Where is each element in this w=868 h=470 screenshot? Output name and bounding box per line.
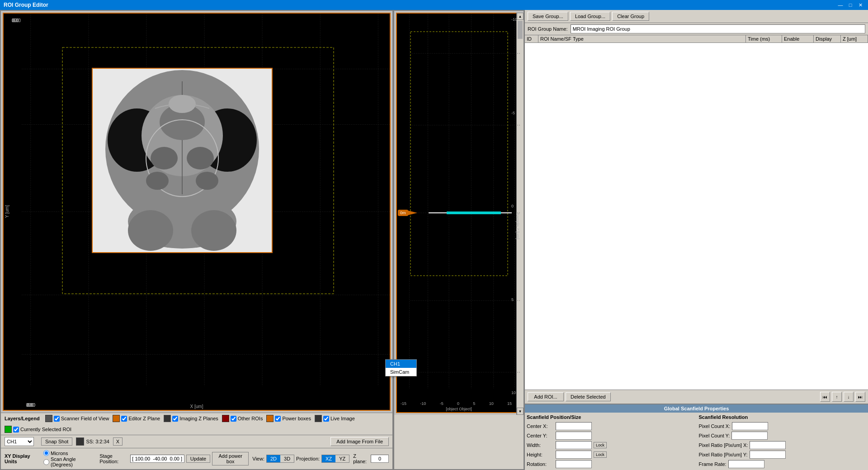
pixel-ratio-x-input[interactable]	[750, 441, 786, 449]
pixel-count-x-input[interactable]	[732, 422, 768, 430]
height-input[interactable]	[556, 451, 592, 459]
load-group-button[interactable]: Load Group...	[570, 12, 610, 21]
layer-power-boxes: Power boxes	[266, 415, 311, 422]
arrow-right-svg	[408, 208, 422, 217]
z-tick: 0	[511, 204, 517, 208]
xz-x-tick: -5	[440, 401, 443, 406]
z-value-label: Z plane:	[353, 453, 369, 464]
live-image-icon	[315, 415, 322, 422]
ss-icon	[76, 437, 84, 446]
stage-position-group: Stage Position: Update Add power box	[99, 452, 249, 465]
th-id: ID	[525, 35, 538, 42]
imaging-z-icon	[164, 415, 171, 422]
rotation-input[interactable]	[556, 460, 592, 468]
center-y-input[interactable]	[556, 432, 592, 440]
view-3d-button[interactable]: 3D	[280, 455, 294, 462]
save-group-button[interactable]: Save Group...	[528, 12, 568, 21]
imaging-z-checkbox[interactable]	[172, 416, 178, 422]
roi-group-name-label: ROI Group Name:	[528, 26, 568, 32]
cyan-bar	[447, 212, 501, 214]
xy-display-label: XY Display Units	[5, 453, 42, 464]
layer-selected-roi: Currently Selected ROI	[5, 426, 71, 433]
delete-selected-button[interactable]: Delete Selected	[566, 392, 611, 401]
zero-m-container: 0m	[398, 208, 422, 217]
scan-angle-radio[interactable]	[43, 459, 49, 465]
center-y-row: Center Y:	[527, 432, 694, 440]
center-x-row: Center X:	[527, 422, 694, 430]
power-boxes-label: Power boxes	[282, 416, 311, 421]
last-arrow-button[interactable]: ⏭	[855, 392, 865, 402]
rotation-label: Rotation:	[527, 461, 554, 467]
layers-title: Layers/Legend	[5, 416, 40, 421]
z-tick: 5	[511, 297, 517, 302]
display-units-radio: Microns Scan Angle (Degrees)	[43, 450, 96, 467]
bottom-controls: XY Display Units Microns Scan Angle (Deg…	[1, 448, 392, 469]
selected-roi-label: Currently Selected ROI	[20, 427, 71, 432]
pixel-count-x-row: Pixel Count X:	[699, 422, 867, 430]
pixel-ratio-y-input[interactable]	[750, 451, 786, 459]
x-tick: 150	[26, 403, 34, 408]
z-plane-group: View: 2D 3D Projection: XZ YZ	[252, 455, 349, 463]
width-lock-button[interactable]: Lock	[594, 442, 607, 448]
editor-z-checkbox[interactable]	[121, 416, 127, 422]
frame-rate-input[interactable]	[728, 460, 764, 468]
layer-imaging-z: Imaging Z Planes	[164, 415, 218, 422]
projection-toggle: XZ YZ	[321, 455, 349, 463]
proj-xz-button[interactable]: XZ	[322, 455, 335, 462]
right-panel: Save Group... Load Group... Clear Group …	[524, 10, 868, 470]
pixel-ratio-x-row: Pixel Ratio [Pix/um] X:	[699, 441, 867, 449]
maximize-button[interactable]: □	[846, 1, 854, 9]
first-arrow-button[interactable]: ⏮	[820, 392, 830, 402]
scanner-fov-checkbox[interactable]	[54, 416, 60, 422]
snap-shot-button[interactable]: Snap Shot	[41, 437, 72, 446]
xy-panel: -100 -50 0 50 100 Y [um]	[0, 10, 393, 470]
editor-z-icon	[113, 415, 120, 422]
power-boxes-checkbox[interactable]	[275, 416, 281, 422]
add-power-button[interactable]: Add power box	[212, 452, 249, 465]
width-input[interactable]	[556, 441, 592, 449]
add-roi-button[interactable]: Add ROI...	[528, 392, 564, 401]
svg-marker-41	[408, 211, 417, 215]
down-arrow-button[interactable]: ↓	[844, 392, 854, 402]
editor-z-label: Editor Z Plane	[128, 416, 160, 421]
table-header: ID ROI Name/SF Type Time (ms) Enable Dis…	[525, 35, 868, 43]
xz-panel: -10 -5 0 5 10 Sample Z [um] 0m	[393, 10, 524, 470]
view-toggle: 2D 3D	[266, 455, 294, 463]
power-boxes-icon	[266, 415, 274, 422]
close-button[interactable]: ✕	[856, 1, 864, 9]
xz-viewer: -10 -5 0 5 10 Sample Z [um] 0m	[396, 13, 522, 413]
imaging-z-label: Imaging Z Planes	[179, 416, 218, 421]
view-2d-button[interactable]: 2D	[267, 455, 280, 462]
live-image-checkbox[interactable]	[323, 416, 329, 422]
main-container: -100 -50 0 50 100 Y [um]	[0, 10, 868, 470]
microns-radio-item: Microns	[43, 450, 96, 456]
update-button[interactable]: Update	[186, 455, 210, 463]
add-image-button[interactable]: Add Image From File	[330, 437, 389, 446]
center-x-input[interactable]	[556, 422, 592, 430]
other-rois-checkbox[interactable]	[231, 416, 236, 422]
th-z: Z [um]	[841, 35, 868, 42]
imaging-controls: CH1 SimCam Snap Shot SS: 3:2:34 X Add Im…	[1, 435, 392, 448]
position-title: Scanfield Position/Size	[527, 414, 694, 420]
close-x-button[interactable]: X	[113, 437, 123, 446]
microns-radio[interactable]	[43, 450, 49, 456]
up-arrow-button[interactable]: ↑	[832, 392, 842, 402]
other-rois-label: Other ROIs	[238, 416, 263, 421]
proj-yz-button[interactable]: YZ	[335, 455, 349, 462]
scan-angle-label: Scan Angle (Degrees)	[51, 456, 96, 467]
simcam-dropdown-item[interactable]: SimCam	[386, 368, 416, 376]
minimize-button[interactable]: —	[836, 1, 844, 9]
z-tick: -10	[511, 17, 517, 22]
pixel-count-y-input[interactable]	[731, 432, 768, 440]
selected-roi-checkbox[interactable]	[13, 427, 19, 432]
roi-group-name-input[interactable]	[571, 24, 865, 33]
clear-group-button[interactable]: Clear Group	[612, 12, 649, 21]
z-plane-input[interactable]	[371, 455, 389, 463]
stage-position-input[interactable]	[130, 455, 184, 463]
height-lock-button[interactable]: Lock	[594, 451, 607, 458]
props-content: Scanfield Position/Size Center X: Center…	[525, 413, 868, 470]
th-enable: Enable	[782, 35, 814, 42]
ch1-dropdown-item[interactable]: CH1	[386, 360, 416, 368]
channel-select[interactable]: CH1 SimCam	[5, 437, 34, 446]
global-scanfield-props: Global Scanfield Properties Scanfield Po…	[525, 404, 868, 470]
